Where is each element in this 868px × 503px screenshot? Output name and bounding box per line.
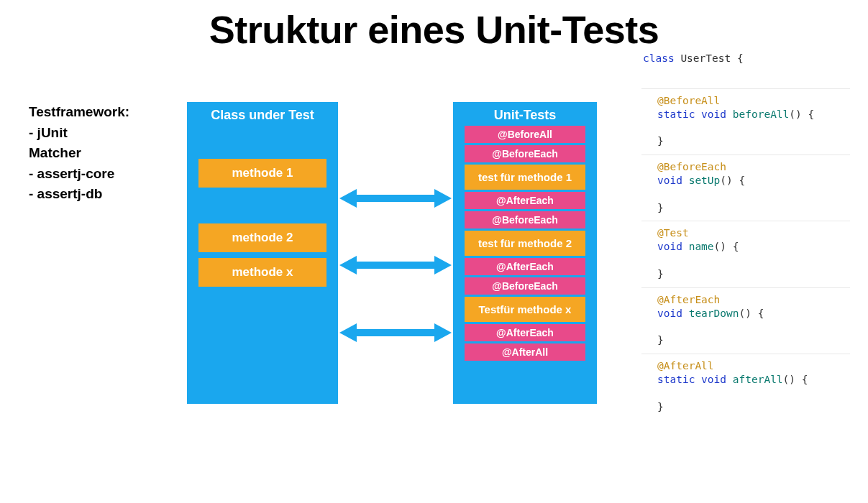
sidebar-heading-framework: Testframework:	[29, 102, 187, 123]
paren-brace: () {	[783, 374, 808, 385]
keyword-static: static	[657, 109, 701, 120]
code-method-block: @AfterEachvoid tearDown() { }	[641, 287, 850, 354]
method-box: methode 1	[198, 159, 326, 188]
code-method-block: @BeforeEachvoid setUp() { }	[641, 154, 850, 221]
double-arrow-icon	[339, 254, 452, 276]
annotation: @Test	[657, 227, 689, 239]
paren-brace: () {	[789, 109, 814, 120]
svg-marker-2	[339, 323, 452, 342]
content-area: Testframework: - jUnit Matcher - assertj…	[0, 102, 868, 420]
annotation-pill: @BeforeEach	[465, 277, 585, 295]
keyword-void: void	[701, 109, 733, 120]
method-box: methode x	[198, 258, 326, 287]
brace-close: }	[657, 135, 664, 147]
function-name: setUp	[689, 175, 721, 186]
annotation: @AfterEach	[657, 294, 720, 305]
paren-brace: () {	[739, 308, 764, 319]
paren-brace: () {	[714, 241, 739, 252]
paren-brace: () {	[720, 175, 745, 186]
test-method-pill: test für methode 2	[465, 231, 585, 256]
svg-marker-0	[339, 189, 452, 208]
annotation-pill: @BeforeAll	[465, 126, 585, 143]
unit-tests-panel: Unit-Tests @BeforeAll@BeforeEachtest für…	[453, 102, 597, 404]
annotation-pill: @AfterAll	[465, 343, 585, 361]
test-method-pill: test für methode 1	[465, 165, 585, 190]
sidebar-item-junit: - jUnit	[29, 123, 187, 144]
diagram: Class under Test methode 1 methode 2 met…	[187, 102, 626, 411]
keyword-class: class	[643, 52, 675, 64]
method-box: methode 2	[198, 223, 326, 252]
unit-tests-title: Unit-Tests	[460, 108, 590, 123]
brace-close: }	[657, 202, 664, 213]
keyword-void: void	[657, 175, 689, 186]
class-under-test-title: Class under Test	[194, 108, 331, 123]
annotation: @BeforeEach	[657, 161, 726, 172]
brace-close: }	[657, 334, 664, 346]
code-method-block: @Testvoid name() { }	[641, 221, 850, 287]
annotation-pill: @BeforeEach	[465, 211, 585, 229]
function-name: tearDown	[689, 308, 739, 319]
keyword-void: void	[657, 308, 689, 319]
test-method-pill: Testfür methode x	[465, 297, 585, 322]
code-snippet: class UserTest { @BeforeAllstatic void b…	[641, 52, 850, 420]
function-name: name	[689, 241, 714, 252]
annotation-pill: @AfterEach	[465, 192, 585, 209]
keyword-static: static	[657, 374, 701, 385]
class-name-text: UserTest	[680, 52, 731, 64]
code-class-decl: class UserTest {	[641, 52, 850, 88]
double-arrow-icon	[339, 188, 452, 209]
annotation-pill: @AfterEach	[465, 258, 585, 275]
svg-marker-1	[339, 256, 452, 274]
keyword-void: void	[657, 241, 689, 252]
annotation-pill: @BeforeEach	[465, 145, 585, 162]
class-under-test-panel: Class under Test methode 1 methode 2 met…	[187, 102, 338, 404]
annotation: @AfterAll	[657, 360, 714, 372]
sidebar-item-assertj-core: - assertj-core	[29, 164, 187, 185]
sidebar-heading-matcher: Matcher	[29, 143, 187, 164]
annotation-pill: @AfterEach	[465, 324, 585, 341]
brace-close: }	[657, 401, 664, 412]
code-method-block: @AfterAllstatic void afterAll() { }	[641, 354, 850, 420]
annotation: @BeforeAll	[657, 95, 720, 106]
page-title: Struktur eines Unit-Tests	[0, 7, 868, 52]
brace-open: {	[731, 52, 743, 64]
double-arrow-icon	[339, 322, 452, 343]
function-name: afterAll	[733, 374, 783, 385]
sidebar-item-assertj-db: - assertj-db	[29, 184, 187, 205]
brace-close: }	[657, 268, 664, 280]
sidebar: Testframework: - jUnit Matcher - assertj…	[0, 102, 187, 205]
keyword-void: void	[701, 374, 733, 385]
code-method-block: @BeforeAllstatic void beforeAll() { }	[641, 88, 850, 154]
function-name: beforeAll	[733, 109, 790, 120]
